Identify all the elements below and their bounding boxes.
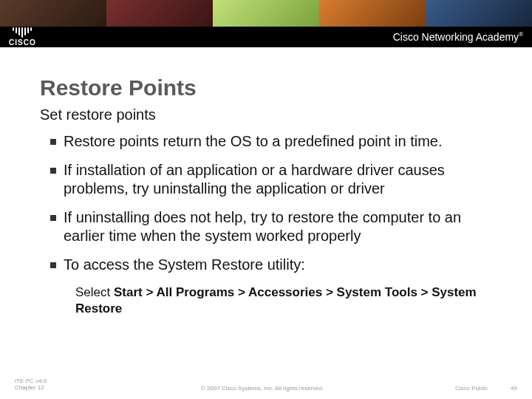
cisco-logo: CISCO [9,27,36,47]
academy-text: Cisco Networking Academy [393,31,519,43]
footer-course: ITE PC v4.0 [15,378,103,385]
bullet-item: If uninstalling does not help, try to re… [50,208,492,245]
substep-lead: Select [75,285,114,299]
bullet-item: Restore points return the OS to a predef… [50,132,492,151]
page-subtitle: Set restore points [40,106,492,123]
footer-copyright: © 2007 Cisco Systems, Inc. All rights re… [103,385,421,392]
footer-chapter: Chapter 12 [15,384,103,392]
bullet-item: To access the System Restore utility: [50,256,492,274]
footer-classification: Cisco Public [421,385,488,392]
banner-photo [0,0,106,27]
banner-photo [213,0,319,27]
cisco-logo-icon [13,27,32,38]
cisco-logo-text: CISCO [9,38,36,47]
banner-photo [319,0,426,27]
page-title: Restore Points [40,75,492,100]
bullet-list: Restore points return the OS to a predef… [40,132,492,274]
footer: ITE PC v4.0 Chapter 12 © 2007 Cisco Syst… [0,378,532,392]
footer-left: ITE PC v4.0 Chapter 12 [15,378,103,392]
banner-photo [426,0,532,27]
slide: CISCO Cisco Networking Academy® Restore … [0,0,532,399]
content-area: Restore Points Set restore points Restor… [0,47,532,317]
banner: CISCO Cisco Networking Academy® [0,0,532,47]
banner-bar: CISCO Cisco Networking Academy® [0,27,532,47]
banner-photo-strip [0,0,532,27]
banner-photo [106,0,213,27]
substep-path: Select Start > All Programs > Accessorie… [75,284,492,317]
footer-page-number: 49 [488,385,517,392]
academy-label: Cisco Networking Academy® [393,31,523,43]
trademark-symbol: ® [519,31,523,38]
bullet-item: If installation of an application or a h… [50,161,492,198]
substep-menu-path: Start > All Programs > Accessories > Sys… [75,285,477,316]
